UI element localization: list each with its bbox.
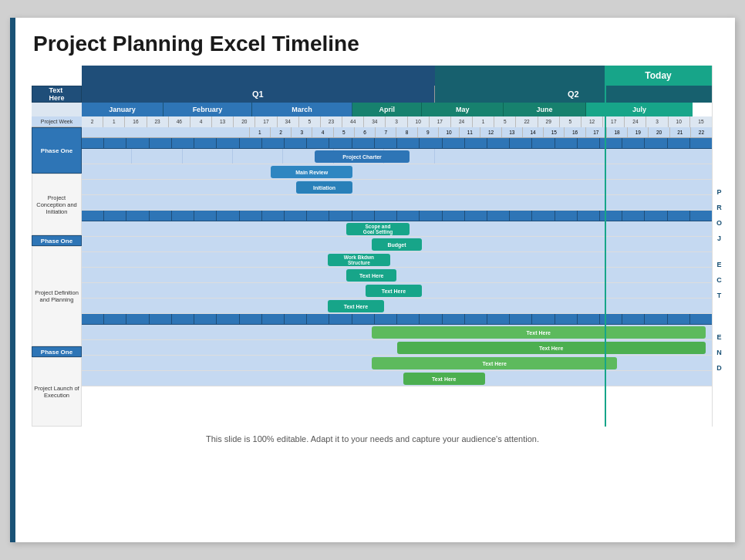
pw-11: 11 <box>460 127 480 137</box>
wk-last: 15 <box>690 116 712 127</box>
wk-13: 13 <box>212 116 234 127</box>
wk-5b: 5 <box>494 116 516 127</box>
right-e2: E <box>713 329 726 345</box>
pw-1: 1 <box>250 127 271 137</box>
right-r: R <box>713 200 726 215</box>
wk-23: 23 <box>147 116 169 127</box>
wk-3: 3 <box>386 116 407 127</box>
wk-34a: 34 <box>278 116 299 127</box>
page-title: Project Planning Excel Timeline <box>33 32 720 56</box>
pw-21: 21 <box>670 127 691 137</box>
bar-def-text1: Text Here <box>359 273 383 278</box>
pw-14: 14 <box>523 127 544 137</box>
bar-launch-text1: Text Here <box>527 330 551 336</box>
pw-20: 20 <box>649 127 669 137</box>
phase1-label: Phase One <box>41 147 72 154</box>
month-jan: January <box>82 103 163 116</box>
wk-44: 44 <box>342 116 364 127</box>
month-may: May <box>422 103 504 116</box>
wk-5: 5 <box>299 116 321 127</box>
bar-launch-text2: Text Here <box>539 346 563 351</box>
wk-4: 4 <box>190 116 212 127</box>
label-conception: Project Conception and Initiation <box>34 194 79 215</box>
wk-2: 2 <box>82 116 103 127</box>
left-accent <box>10 18 15 542</box>
wk-24a: 24 <box>451 116 473 127</box>
wk-10: 10 <box>408 116 430 127</box>
month-apr: April <box>352 103 422 116</box>
pw-22: 22 <box>691 127 712 137</box>
label-launch: Project Launch of Execution <box>34 385 79 399</box>
bar-budget: Budget <box>387 242 406 248</box>
wk-24b: 24 <box>625 116 646 127</box>
right-j: J <box>713 231 726 246</box>
pw-5: 5 <box>334 127 355 137</box>
wk-12: 12 <box>582 116 603 127</box>
right-n: N <box>713 345 726 360</box>
wk-1b: 1 <box>473 116 494 127</box>
right-c: C <box>713 272 726 288</box>
month-feb: February <box>163 103 251 116</box>
pw-10: 10 <box>439 127 460 137</box>
q1-label: Q1 <box>252 89 264 99</box>
wk-22: 22 <box>516 116 538 127</box>
pw-6: 6 <box>355 127 376 137</box>
wk-3b: 3 <box>646 116 668 127</box>
label-definition: Project Definition and Planning <box>34 289 79 303</box>
text-here-top: TextHere <box>49 86 64 102</box>
right-o: O <box>713 215 726 231</box>
bar-def-text2: Text Here <box>382 288 406 294</box>
wk-16: 16 <box>125 116 147 127</box>
pw-4: 4 <box>312 127 333 137</box>
bar-main-review: Main Review <box>295 170 328 175</box>
right-t: T <box>713 288 726 303</box>
bar-launch-text4: Text Here <box>432 376 456 382</box>
bar-wbs: Work BkdwnStructure <box>344 255 374 265</box>
pw-2: 2 <box>271 127 292 137</box>
phase1b-label: Phase One <box>41 238 72 245</box>
bar-charter: Project Charter <box>342 154 382 160</box>
wk-17c: 17 <box>603 116 625 127</box>
pw-18: 18 <box>607 127 628 137</box>
right-p: P <box>713 184 726 200</box>
month-jun: June <box>504 103 585 116</box>
wk-17b: 17 <box>430 116 451 127</box>
pw-9: 9 <box>418 127 439 137</box>
wk-29: 29 <box>538 116 560 127</box>
pw-8: 8 <box>396 127 417 137</box>
pw-3: 3 <box>292 127 312 137</box>
wk-17: 17 <box>255 116 277 127</box>
footer-text: This slide is 100% editable. Adapt it to… <box>25 434 720 444</box>
wk-46: 46 <box>169 116 190 127</box>
slide-container: Project Planning Excel Timeline TextHere… <box>10 18 735 542</box>
bar-initiation: Initiation <box>313 185 335 191</box>
pw-13: 13 <box>502 127 523 137</box>
bar-def-text3: Text Here <box>344 304 368 309</box>
pw-19: 19 <box>628 127 649 137</box>
wk-34b: 34 <box>364 116 386 127</box>
wk-23b: 23 <box>321 116 342 127</box>
pw-16: 16 <box>565 127 585 137</box>
pw-15: 15 <box>544 127 565 137</box>
today-header: Today <box>645 70 671 81</box>
wk-20: 20 <box>234 116 255 127</box>
wk-1: 1 <box>103 116 125 127</box>
month-jul: July <box>586 103 693 116</box>
month-mar: March <box>252 103 353 116</box>
wk-10b: 10 <box>669 116 690 127</box>
bar-launch-text3: Text Here <box>482 361 506 366</box>
phase1c-label: Phase One <box>41 349 72 356</box>
q2-label: Q2 <box>568 89 579 99</box>
pw-7: 7 <box>376 127 396 137</box>
pw-12: 12 <box>480 127 501 137</box>
wk-5c: 5 <box>560 116 582 127</box>
right-e: E <box>713 257 726 272</box>
right-d: D <box>713 360 726 376</box>
pw-17: 17 <box>586 127 607 137</box>
bar-scope: Scope andGoal Setting <box>363 224 393 234</box>
today-line <box>605 66 606 427</box>
